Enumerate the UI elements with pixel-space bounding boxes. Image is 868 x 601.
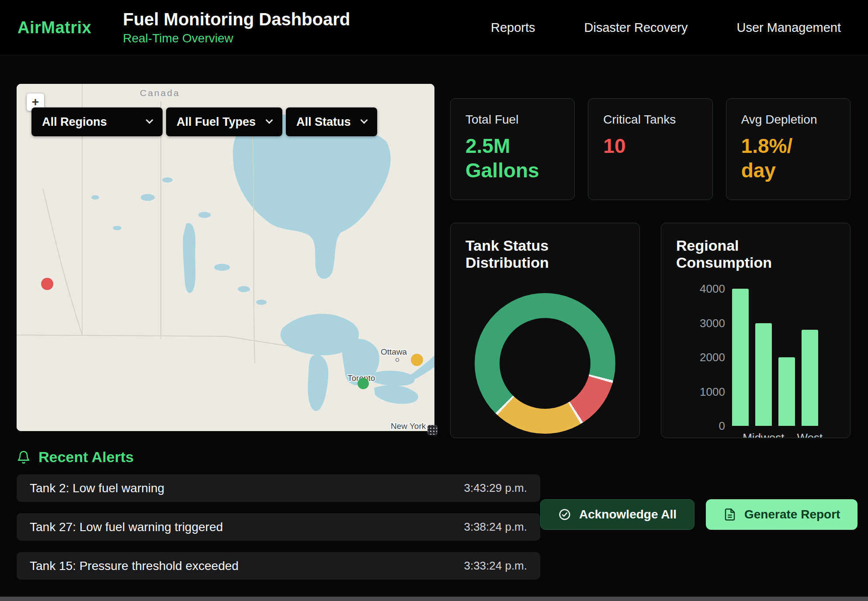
stat-label: Avg Depletion [741, 113, 835, 127]
alert-time: 3:38:24 p.m. [464, 520, 527, 534]
map-label-country: Canada [140, 88, 180, 98]
alert-time: 3:33:24 p.m. [464, 559, 527, 573]
bottom-strip [0, 597, 868, 601]
map-filters: All Regions All Fuel Types All Status [31, 107, 377, 136]
stat-label: Critical Tanks [603, 113, 697, 127]
alerts-list: Tank 2: Low fuel warning 3:43:29 p.m. Ta… [17, 474, 540, 591]
recent-alerts-section: Recent Alerts Tank 2: Low fuel warning 3… [0, 438, 868, 591]
region-filter-label: All Regions [42, 115, 107, 129]
status-filter-dropdown[interactable]: All Status [286, 107, 377, 136]
map-label-new-york: New York [391, 421, 426, 431]
regional-consumption-card: Regional Consumption 4000 3000 2000 1000… [661, 223, 851, 438]
alert-message: Tank 27: Low fuel warning triggered [30, 520, 223, 534]
alerts-actions: Acknowledge All Generate Report [540, 474, 858, 591]
document-icon [723, 508, 736, 521]
tank-status-card: Tank Status Distribution [450, 223, 640, 438]
chevron-down-icon [361, 117, 368, 124]
map-label-ottawa: Ottawa [381, 347, 407, 356]
alert-message: Tank 15: Pressure threshold exceeded [30, 559, 239, 573]
x-label: Midwest [743, 431, 784, 438]
bell-icon [17, 450, 31, 464]
stat-card-avg-depletion: Avg Depletion 1.8%/ day [726, 98, 851, 200]
map-canvas[interactable]: Canada Ottawa Toronto New York + [17, 84, 434, 431]
stat-label: Total Fuel [465, 113, 559, 127]
title-block: Fuel Monitoring Dashboard Real-Time Over… [123, 10, 350, 45]
acknowledge-all-label: Acknowledge All [579, 508, 677, 522]
map-panel: Canada Ottawa Toronto New York + [17, 84, 434, 431]
map-marker[interactable] [358, 378, 369, 389]
donut-hole [500, 318, 590, 409]
alert-message: Tank 2: Low fuel warning [30, 481, 164, 495]
bar-chart-title: Regional Consumption [676, 237, 835, 271]
main-nav: Reports Disaster Recovery User Managemen… [491, 21, 841, 35]
right-column: Total Fuel 2.5M Gallons Critical Tanks 1… [450, 84, 851, 438]
brand-logo[interactable]: AirMatrix [17, 18, 91, 37]
resize-handle-icon[interactable] [427, 425, 437, 435]
bar-col: Midwest [755, 289, 772, 426]
generate-report-button[interactable]: Generate Report [706, 499, 858, 530]
stats-row: Total Fuel 2.5M Gallons Critical Tanks 1… [450, 98, 851, 200]
map-marker[interactable] [41, 278, 53, 290]
alert-row: Tank 15: Pressure threshold exceeded 3:3… [17, 552, 540, 580]
acknowledge-all-button[interactable]: Acknowledge All [540, 499, 694, 530]
nav-disaster-recovery[interactable]: Disaster Recovery [584, 21, 688, 35]
status-filter-label: All Status [296, 115, 351, 129]
stat-value: 2.5M Gallons [465, 134, 549, 183]
chevron-down-icon [146, 117, 153, 124]
donut-chart [475, 293, 615, 434]
map-marker[interactable] [411, 354, 423, 366]
bar [732, 289, 749, 426]
bar-chart: 4000 3000 2000 1000 0 [700, 289, 835, 426]
bar [755, 323, 772, 426]
bar-col [778, 289, 795, 426]
page-subtitle: Real-Time Overview [123, 31, 350, 45]
donut-chart-title: Tank Status Distribution [465, 237, 625, 271]
charts-row: Tank Status Distribution Regional Consum… [450, 223, 851, 438]
check-circle-icon [558, 508, 571, 521]
alerts-heading-label: Recent Alerts [38, 449, 134, 466]
alert-time: 3:43:29 p.m. [464, 481, 527, 495]
region-filter-dropdown[interactable]: All Regions [31, 107, 163, 136]
stat-value: 10 [603, 134, 686, 158]
alerts-heading: Recent Alerts [17, 449, 851, 466]
city-dot [396, 359, 399, 362]
alert-row: Tank 2: Low fuel warning 3:43:29 p.m. [17, 474, 540, 502]
alert-row: Tank 27: Low fuel warning triggered 3:38… [17, 513, 540, 541]
bar-col [732, 289, 749, 426]
chevron-down-icon [266, 117, 273, 124]
stat-value: 1.8%/ day [741, 134, 824, 183]
bar [778, 357, 795, 426]
nav-user-management[interactable]: User Management [736, 21, 841, 35]
main-content: Canada Ottawa Toronto New York + [0, 55, 868, 438]
generate-report-label: Generate Report [744, 508, 840, 522]
stat-card-critical-tanks: Critical Tanks 10 [588, 98, 712, 200]
bar-chart-plot: Midwest West [732, 289, 818, 426]
bar [802, 330, 818, 426]
alerts-body: Tank 2: Low fuel warning 3:43:29 p.m. Ta… [17, 474, 851, 591]
bar-chart-y-axis: 4000 3000 2000 1000 0 [700, 289, 732, 426]
nav-reports[interactable]: Reports [491, 21, 535, 35]
x-label: West [797, 431, 823, 438]
page-title: Fuel Monitoring Dashboard [123, 10, 350, 29]
bar-col: West [802, 289, 818, 426]
fuel-type-filter-dropdown[interactable]: All Fuel Types [166, 107, 282, 136]
fuel-type-filter-label: All Fuel Types [177, 115, 256, 129]
stat-card-total-fuel: Total Fuel 2.5M Gallons [450, 98, 575, 200]
app-header: AirMatrix Fuel Monitoring Dashboard Real… [0, 0, 868, 55]
dashboard-page: AirMatrix Fuel Monitoring Dashboard Real… [0, 0, 868, 601]
